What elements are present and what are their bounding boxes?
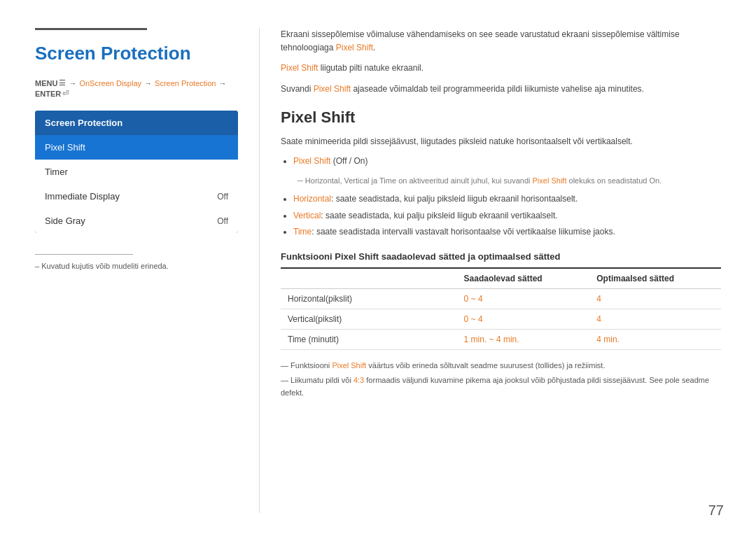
menu-box: Screen Protection Pixel Shift Timer Imme… bbox=[35, 111, 238, 233]
footer-note1-highlight: Pixel Shift bbox=[332, 361, 366, 370]
intro3-start: Suvandi bbox=[281, 84, 314, 94]
bullet-list: Pixel Shift (Off / On) bbox=[293, 154, 721, 169]
intro3-end: ajaseade võimaldab teil programmeerida p… bbox=[351, 84, 644, 94]
bullet-list-2: Horizontal: saate seadistada, kui palju … bbox=[293, 192, 721, 240]
table-cell-optimal-1: 4 bbox=[589, 288, 721, 309]
top-divider bbox=[35, 28, 147, 30]
data-table: Saadaolevad sätted Optimaalsed sätted Ho… bbox=[281, 267, 721, 350]
intro2-end: liigutab pilti natuke ekraanil. bbox=[318, 63, 424, 73]
footer-note2-highlight: 4:3 bbox=[354, 376, 364, 384]
bullet-item-1: Pixel Shift (Off / On) bbox=[293, 154, 721, 169]
intro2-highlight: Pixel Shift bbox=[281, 63, 318, 73]
sub-note-text: Horizontal, Vertical ja Time on aktiveer… bbox=[305, 176, 533, 185]
table-section-title: Funktsiooni Pixel Shift saadaolevad sätt… bbox=[281, 251, 721, 262]
bullet-item-2: Horizontal: saate seadistada, kui palju … bbox=[293, 192, 721, 207]
table-cell-label-1: Horizontal(pikslit) bbox=[281, 288, 457, 309]
footer-note-2: Liikumatu pildi või 4:3 formaadis väljun… bbox=[281, 374, 721, 399]
breadcrumb-menu: MENU bbox=[35, 79, 57, 87]
breadcrumb: MENU ☰ → OnScreen Display → Screen Prote… bbox=[35, 78, 238, 98]
table-cell-optimal-2: 4 bbox=[589, 309, 721, 329]
intro1-end: . bbox=[373, 43, 375, 52]
bullet3-end: : saate seadistada, kui palju piksleid l… bbox=[321, 211, 557, 220]
menu-item-side-gray[interactable]: Side Gray Off bbox=[35, 209, 238, 233]
bullet-item-3: Vertical: saate seadistada, kui palju pi… bbox=[293, 209, 721, 224]
menu-item-immediate-label: Immediate Display bbox=[45, 191, 120, 202]
table-cell-label-3: Time (minutit) bbox=[281, 329, 457, 349]
breadcrumb-enter: ENTER bbox=[35, 90, 61, 98]
footer-note2-start: Liikumatu pildi või bbox=[290, 376, 354, 384]
breadcrumb-arrow1: → bbox=[69, 79, 76, 87]
left-panel: Screen Protection MENU ☰ → OnScreen Disp… bbox=[35, 28, 259, 513]
right-panel: Ekraani sissepõlemise võimaluse vähendam… bbox=[259, 28, 721, 513]
table-footer-notes: Funktsiooni Pixel Shift väärtus võib eri… bbox=[281, 360, 721, 400]
page-title: Screen Protection bbox=[35, 43, 238, 64]
footer-note1-start: Funktsiooni bbox=[290, 361, 332, 370]
intro-paragraph-2: Pixel Shift liigutab pilti natuke ekraan… bbox=[281, 62, 721, 75]
menu-item-side-gray-value: Off bbox=[217, 216, 228, 226]
footer-note1-end: väärtus võib erineda sõltuvalt seadme su… bbox=[366, 361, 605, 370]
intro-paragraph-1: Ekraani sissepõlemise võimaluse vähendam… bbox=[281, 28, 721, 55]
bullet4-highlight: Time bbox=[293, 227, 312, 237]
footnote-divider bbox=[35, 254, 133, 255]
table-header-col1 bbox=[281, 268, 457, 289]
table-header-col2: Saadaolevad sätted bbox=[457, 268, 590, 289]
table-row-horizontal: Horizontal(pikslit) 0 ~ 4 4 bbox=[281, 288, 721, 309]
menu-item-immediate-value: Off bbox=[217, 192, 228, 202]
menu-item-pixelshift[interactable]: Pixel Shift bbox=[35, 135, 238, 160]
breadcrumb-menu-icon: ☰ bbox=[59, 78, 66, 87]
footer-note-1: Funktsiooni Pixel Shift väärtus võib eri… bbox=[281, 360, 721, 372]
section-title: Pixel Shift bbox=[281, 108, 721, 127]
breadcrumb-item2: Screen Protection bbox=[155, 79, 216, 87]
bullet3-highlight: Vertical bbox=[293, 211, 321, 220]
menu-item-pixelshift-label: Pixel Shift bbox=[45, 142, 85, 153]
menu-item-timer[interactable]: Timer bbox=[35, 160, 238, 184]
page-number: 77 bbox=[708, 503, 724, 519]
menu-item-timer-label: Timer bbox=[45, 167, 68, 177]
body-paragraph-1: Saate minimeerida pildi sissejäävust, li… bbox=[281, 135, 721, 148]
table-cell-range-1: 0 ~ 4 bbox=[457, 288, 590, 309]
breadcrumb-arrow3: → bbox=[218, 79, 226, 87]
intro-paragraph-3: Suvandi Pixel Shift ajaseade võimaldab t… bbox=[281, 83, 721, 96]
table-cell-label-2: Vertical(pikslit) bbox=[281, 309, 457, 329]
intro1-highlight: Pixel Shift bbox=[336, 43, 373, 52]
breadcrumb-enter-icon: ⏎ bbox=[62, 89, 69, 98]
breadcrumb-item1: OnScreen Display bbox=[79, 79, 141, 87]
menu-item-side-gray-label: Side Gray bbox=[45, 216, 85, 226]
bullet1-end: (Off / On) bbox=[330, 156, 368, 166]
sub-note: ─ Horizontal, Vertical ja Time on aktive… bbox=[298, 175, 721, 187]
menu-header: Screen Protection bbox=[35, 111, 238, 135]
footnote-text: Kuvatud kujutis võib mudeliti erineda. bbox=[35, 262, 238, 270]
sub-note-end: olekuks on seadistatud On. bbox=[566, 176, 662, 185]
table-cell-range-2: 0 ~ 4 bbox=[457, 309, 590, 329]
table-cell-range-3: 1 min. ~ 4 min. bbox=[457, 329, 590, 349]
bullet4-end: : saate seadistada intervalli vastavalt … bbox=[312, 227, 615, 237]
table-header-col3: Optimaalsed sätted bbox=[589, 268, 721, 289]
bullet2-highlight: Horizontal bbox=[293, 194, 331, 204]
intro3-highlight: Pixel Shift bbox=[314, 84, 351, 94]
bullet2-end: : saate seadistada, kui palju piksleid l… bbox=[331, 194, 578, 204]
table-row-vertical: Vertical(pikslit) 0 ~ 4 4 bbox=[281, 309, 721, 329]
table-cell-optimal-3: 4 min. bbox=[589, 329, 721, 349]
breadcrumb-arrow2: → bbox=[144, 79, 152, 87]
bullet1-highlight: Pixel Shift bbox=[293, 156, 330, 166]
sub-note-highlight: Pixel Shift bbox=[533, 176, 567, 185]
bullet-item-4: Time: saate seadistada intervalli vastav… bbox=[293, 225, 721, 240]
menu-item-immediate-display[interactable]: Immediate Display Off bbox=[35, 184, 238, 209]
table-row-time: Time (minutit) 1 min. ~ 4 min. 4 min. bbox=[281, 329, 721, 349]
